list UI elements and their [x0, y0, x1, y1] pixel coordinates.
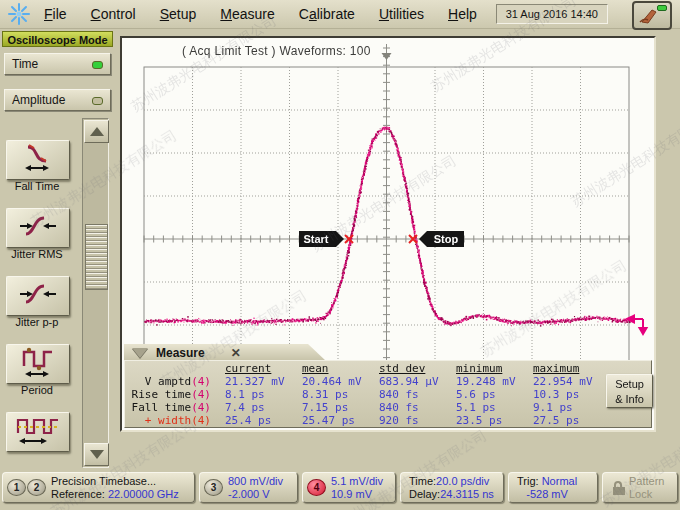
sidebar: Oscilloscope Mode Time Amplitude Fall Ti…: [0, 28, 116, 470]
measure-value: 25.4 ps: [211, 414, 288, 427]
setup-info-line1: Setup: [607, 377, 652, 392]
delay-value: 24.3115 ns: [440, 488, 494, 500]
tool-period[interactable]: [6, 344, 70, 384]
reference-value: 22.00000 GHz: [108, 488, 179, 500]
time-led-indicator: [92, 61, 103, 69]
measure-value: 20.464 mV: [288, 375, 365, 388]
menu-items: FileControlSetupMeasureCalibrateUtilitie…: [32, 6, 489, 22]
amplitude-dropdown[interactable]: Amplitude: [4, 89, 111, 111]
menu-calibrate[interactable]: Calibrate: [287, 6, 367, 22]
measure-value: 683.94 µV: [365, 375, 442, 388]
agilent-logo: [6, 2, 32, 26]
measure-row-rise-time[interactable]: Rise time(4)8.1 ps8.31 ps840 fs5.6 ps10.…: [125, 388, 596, 401]
channel-3-status-button[interactable]: 3 800 mV/div -2.000 V: [199, 472, 298, 503]
scroll-up-button[interactable]: [84, 120, 109, 143]
tool-label-jitter-p-p: Jitter p-p: [0, 316, 74, 329]
lock-icon: [613, 481, 625, 495]
time-dropdown-label: Time: [12, 57, 38, 71]
fall-time-icon: [16, 142, 60, 178]
measure-value: 22.954 mV: [519, 375, 596, 388]
period-icon: [16, 345, 60, 383]
channel-1-badge[interactable]: 1: [7, 479, 26, 496]
measure-value: 25.47 ps: [288, 414, 365, 427]
measure-row--width[interactable]: + width(4)25.4 ps25.47 ps920 fs23.5 ps27…: [125, 414, 596, 427]
timebase-status-button[interactable]: 1 2 Precision Timebase... Reference: 22.…: [2, 472, 195, 503]
tool-fall-time[interactable]: [6, 140, 70, 180]
trigger-status-button[interactable]: Trig: Normal -528 mV: [508, 472, 598, 503]
trig-level: -528 mV: [517, 488, 577, 501]
menu-bar: FileControlSetupMeasureCalibrateUtilitie…: [0, 0, 680, 29]
scroll-down-button[interactable]: [84, 443, 109, 466]
tool-label-period: Period: [0, 384, 74, 397]
measure-table: currentmeanstd devminimummaximumV amptd(…: [125, 362, 596, 427]
tool-jitter-rms[interactable]: [6, 208, 70, 248]
menu-utilities[interactable]: Utilities: [367, 6, 436, 22]
measure-tab[interactable]: Measure ✕: [124, 344, 326, 361]
measure-panel-title: Measure: [156, 346, 205, 360]
measure-value: 19.248 mV: [442, 375, 519, 388]
measure-value: 8.31 ps: [288, 388, 365, 401]
sidebar-scrollbar: [82, 118, 109, 468]
jitter-rms-icon: [16, 210, 60, 246]
trig-label: Trig:: [517, 475, 542, 487]
measure-value: 10.3 ps: [519, 388, 596, 401]
measure-value: 5.6 ps: [442, 388, 519, 401]
menu-help[interactable]: Help: [436, 6, 489, 22]
trig-mode: Normal: [542, 475, 577, 487]
channel-2-badge[interactable]: 2: [27, 479, 46, 496]
measure-panel: currentmeanstd devminimummaximumV amptd(…: [124, 360, 652, 428]
channel-4-status-button[interactable]: 4 5.1 mV/div 10.9 mV: [302, 472, 396, 503]
measure-value: 9.1 ps: [519, 401, 596, 414]
measure-value: 21.327 mV: [211, 375, 288, 388]
pattern-lock-line2: Lock: [629, 488, 664, 501]
amplitude-dropdown-label: Amplitude: [12, 93, 65, 107]
setup-info-button[interactable]: Setup & Info: [606, 374, 653, 408]
measure-value: 5.1 ps: [442, 401, 519, 414]
measure-value: 840 fs: [365, 401, 442, 414]
menu-setup[interactable]: Setup: [148, 6, 209, 22]
collapse-icon[interactable]: [132, 348, 148, 358]
stop-marker-label: Stop: [434, 233, 459, 245]
setup-info-line2: & Info: [607, 392, 652, 407]
oscilloscope-screen: FileControlSetupMeasureCalibrateUtilitie…: [0, 0, 680, 510]
tool-label-jitter-rms: Jitter RMS: [0, 248, 74, 261]
datetime-display: 31 Aug 2016 14:40: [496, 4, 608, 24]
menu-measure[interactable]: Measure: [208, 6, 286, 22]
measure-value: 27.5 ps: [519, 414, 596, 427]
time-dropdown[interactable]: Time: [4, 53, 111, 75]
measure-value: 23.5 ps: [442, 414, 519, 427]
menu-file[interactable]: File: [32, 6, 79, 22]
measure-close-button[interactable]: ✕: [231, 346, 241, 360]
pattern-icon: [14, 413, 62, 451]
timebase-scale-button[interactable]: Time:20.0 ps/div Delay:24.3115 ns: [400, 472, 504, 503]
tool-label-fall-time: Fall Time: [0, 180, 74, 193]
channel-4-badge[interactable]: 4: [307, 479, 326, 496]
measure-value: 8.1 ps: [211, 388, 288, 401]
measure-value: 7.15 ps: [288, 401, 365, 414]
measure-value: 840 fs: [365, 388, 442, 401]
pattern-lock-button[interactable]: Pattern Lock: [602, 472, 678, 503]
measure-column-std-dev: std dev: [365, 362, 442, 375]
oscilloscope-mode-header[interactable]: Oscilloscope Mode: [2, 31, 113, 47]
delay-label: Delay:: [409, 488, 440, 500]
touch-screen-button[interactable]: [632, 1, 672, 30]
arrow-down-icon: [90, 450, 104, 459]
channel-3-badge[interactable]: 3: [204, 479, 223, 496]
measure-column-minimum: minimum: [442, 362, 519, 375]
tool-jitter-p-p[interactable]: [6, 276, 70, 316]
channel-3-scale: 800 mV/div: [228, 475, 283, 488]
pattern-lock-line1: Pattern: [629, 475, 664, 488]
reference-label: Reference:: [51, 488, 108, 500]
time-label: Time:: [409, 475, 436, 487]
time-value: 20.0 ps/div: [436, 475, 489, 487]
waveform-display: Start Stop ( Acq Limit Test ) Waveforms:…: [120, 36, 656, 432]
scrollbar-thumb[interactable]: [85, 224, 108, 290]
channel-4-offset: 10.9 mV: [331, 488, 383, 501]
channel-4-scale: 5.1 mV/div: [331, 475, 383, 488]
arrow-up-icon: [90, 127, 104, 136]
measure-row-v-amptd[interactable]: V amptd(4)21.327 mV20.464 mV683.94 µV19.…: [125, 375, 596, 388]
measure-column-maximum: maximum: [519, 362, 596, 375]
measure-row-fall-time[interactable]: Fall time(4)7.4 ps7.15 ps840 fs5.1 ps9.1…: [125, 401, 596, 414]
menu-control[interactable]: Control: [79, 6, 148, 22]
tool-tool-5[interactable]: [6, 412, 70, 452]
